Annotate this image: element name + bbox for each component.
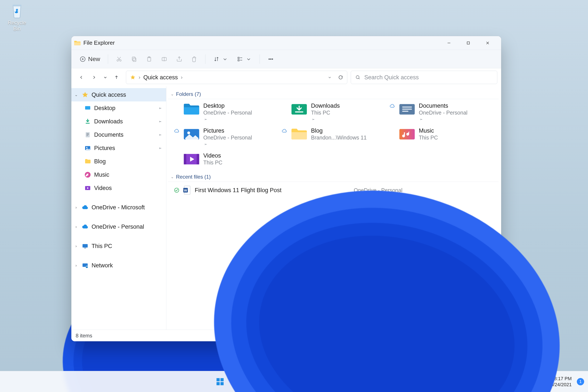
group-folders-label: Folders (7) xyxy=(176,91,201,97)
sidebar-item-label: Desktop xyxy=(94,105,116,112)
notification-badge[interactable]: 1 xyxy=(577,378,584,385)
folder-blog[interactable]: BlogBrandon...\Windows 11 xyxy=(281,128,387,147)
battery-icon[interactable] xyxy=(539,378,546,385)
folder-downloads[interactable]: DownloadsThis PC xyxy=(281,102,387,122)
network-icon xyxy=(82,262,88,269)
folder-location: This PC xyxy=(203,160,222,166)
sidebar-this-pc[interactable]: ›This PC xyxy=(71,240,166,253)
view-button[interactable] xyxy=(234,53,255,65)
rename-button[interactable] xyxy=(158,53,171,65)
gear-icon xyxy=(364,377,372,386)
cut-button[interactable] xyxy=(112,53,126,65)
new-button[interactable]: New xyxy=(76,53,104,65)
chevron-up-icon[interactable] xyxy=(492,378,499,385)
sidebar-onedrive-microsoft[interactable]: ›OneDrive - Microsoft xyxy=(71,201,166,214)
sidebar-network[interactable]: ›Network xyxy=(71,259,166,272)
chevron-down-icon[interactable]: ⌄ xyxy=(74,92,79,97)
svg-rect-50 xyxy=(220,382,224,385)
music-icon xyxy=(84,171,91,178)
chevron-down-icon xyxy=(103,75,108,80)
sidebar-item-music[interactable]: Music xyxy=(71,168,166,182)
folder-music[interactable]: MusicThis PC xyxy=(389,128,495,147)
recycle-bin-label: Recycle Bin xyxy=(5,20,29,32)
history-button[interactable] xyxy=(101,71,110,84)
sidebar-item-downloads[interactable]: Downloads xyxy=(71,115,166,128)
forward-button[interactable] xyxy=(88,71,100,84)
refresh-icon[interactable] xyxy=(338,75,343,80)
delete-button[interactable] xyxy=(188,53,201,65)
close-button[interactable] xyxy=(478,36,497,50)
minimize-button[interactable] xyxy=(439,36,458,50)
sidebar-quick-access[interactable]: ⌄ Quick access xyxy=(71,88,166,102)
breadcrumb-separator[interactable]: › xyxy=(181,74,183,80)
folder-pictures[interactable]: PicturesOneDrive - Personal xyxy=(174,128,279,147)
start-button[interactable] xyxy=(212,374,228,390)
back-button[interactable] xyxy=(75,71,87,84)
sidebar-item-desktop[interactable]: Desktop xyxy=(71,102,166,115)
chevron-down-icon[interactable] xyxy=(327,75,332,80)
search-input[interactable] xyxy=(364,74,493,81)
sidebar: ⌄ Quick access Desktop Downloads Documen… xyxy=(71,86,166,330)
chevron-right-icon[interactable]: › xyxy=(74,263,79,268)
folder-desktop[interactable]: DesktopOneDrive - Personal xyxy=(174,102,279,122)
recent-file[interactable]: First Windows 11 Flight Blog Post OneDri… xyxy=(167,184,501,196)
copy-button[interactable] xyxy=(128,53,141,65)
chevron-down-icon xyxy=(246,56,252,62)
more-button[interactable] xyxy=(264,53,278,65)
wifi-icon[interactable] xyxy=(516,378,522,385)
chevron-right-icon[interactable]: › xyxy=(74,224,79,229)
svg-rect-52 xyxy=(254,380,258,384)
search-box[interactable] xyxy=(351,71,497,84)
taskbar-mail[interactable] xyxy=(342,374,358,390)
svg-rect-57 xyxy=(276,382,279,385)
sidebar-onedrive-personal[interactable]: ›OneDrive - Personal xyxy=(71,220,166,234)
cloud-icon xyxy=(174,128,179,134)
folder-location: OneDrive - Personal xyxy=(419,110,468,116)
titlebar[interactable]: File Explorer xyxy=(71,36,501,50)
sidebar-item-blog[interactable]: Blog xyxy=(71,155,166,168)
volume-icon[interactable] xyxy=(528,378,534,385)
notification-count: 1 xyxy=(579,379,582,384)
svg-point-65 xyxy=(367,380,369,383)
maximize-button[interactable] xyxy=(458,36,478,50)
breadcrumb-location[interactable]: Quick access xyxy=(143,74,178,81)
pc-icon xyxy=(82,243,88,250)
sidebar-item-label: Quick access xyxy=(92,92,126,98)
pin-icon xyxy=(158,105,162,112)
chevron-right-icon[interactable]: › xyxy=(74,244,79,248)
sidebar-item-videos[interactable]: Videos xyxy=(71,182,166,195)
tiles-view-button[interactable] xyxy=(487,332,497,340)
keyboard-icon[interactable] xyxy=(504,378,511,385)
up-button[interactable] xyxy=(110,71,122,84)
taskbar-clock[interactable]: 8:17 PM 6/24/2021 xyxy=(550,376,572,388)
chevron-down-icon: ⌄ xyxy=(171,174,174,179)
folder-documents[interactable]: DocumentsOneDrive - Personal xyxy=(389,102,495,122)
svg-rect-49 xyxy=(217,382,220,385)
sidebar-item-documents[interactable]: Documents xyxy=(71,128,166,142)
details-view-button[interactable] xyxy=(477,332,487,340)
taskbar-file-explorer[interactable] xyxy=(304,374,320,390)
paste-button[interactable] xyxy=(142,53,156,65)
word-file-icon xyxy=(183,185,191,195)
address-bar[interactable]: › Quick access › xyxy=(126,71,347,84)
pin-icon xyxy=(419,117,468,122)
group-folders-header[interactable]: ⌄ Folders (7) xyxy=(168,90,498,99)
recent-file-name: First Windows 11 Flight Blog Post xyxy=(195,187,282,194)
desktop-icon-recycle-bin[interactable]: Recycle Bin xyxy=(5,3,29,32)
taskbar-task-view[interactable] xyxy=(249,374,265,390)
taskbar-edge[interactable] xyxy=(286,374,302,390)
group-recent-header[interactable]: ⌄ Recent files (1) xyxy=(168,172,498,182)
sidebar-item-pictures[interactable]: Pictures xyxy=(71,142,166,155)
svg-rect-66 xyxy=(505,380,510,383)
taskbar-search[interactable] xyxy=(230,374,246,390)
sync-status xyxy=(174,102,180,103)
trash-icon xyxy=(191,56,198,62)
sort-button[interactable] xyxy=(210,53,232,65)
share-button[interactable] xyxy=(172,53,186,65)
chevron-right-icon[interactable]: › xyxy=(74,205,79,210)
taskbar-store[interactable] xyxy=(323,374,339,390)
taskbar-widgets[interactable] xyxy=(268,374,284,390)
taskbar-settings[interactable] xyxy=(360,374,376,390)
folder-videos[interactable]: VideosThis PC xyxy=(174,152,279,166)
clock-date: 6/24/2021 xyxy=(550,382,572,388)
